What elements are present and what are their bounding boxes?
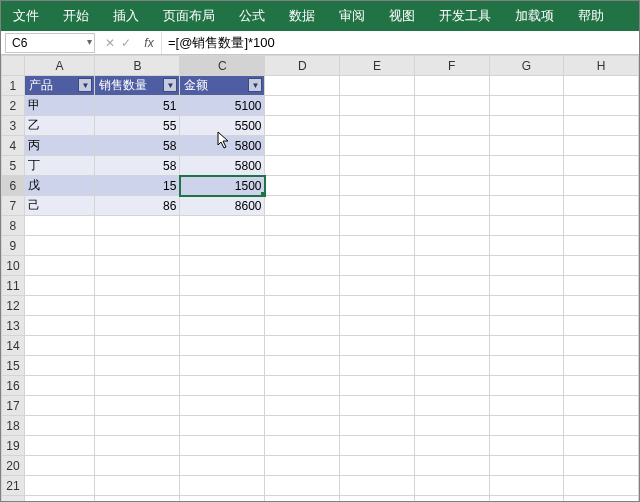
cell-G13[interactable]: [489, 316, 564, 336]
chevron-down-icon[interactable]: ▾: [87, 36, 92, 47]
cell-H21[interactable]: [564, 476, 639, 496]
cell-G3[interactable]: [489, 116, 564, 136]
cell-F13[interactable]: [414, 316, 489, 336]
cell-C6[interactable]: 1500: [180, 176, 265, 196]
cell-F3[interactable]: [414, 116, 489, 136]
cell-F1[interactable]: [414, 76, 489, 96]
cell-D2[interactable]: [265, 96, 340, 116]
ribbon-tab-1[interactable]: 开始: [51, 1, 101, 31]
cell-D3[interactable]: [265, 116, 340, 136]
cell-A1[interactable]: 产品▼: [24, 76, 95, 96]
cell-D8[interactable]: [265, 216, 340, 236]
cell-G1[interactable]: [489, 76, 564, 96]
cell-G10[interactable]: [489, 256, 564, 276]
cell-C12[interactable]: [180, 296, 265, 316]
cell-F14[interactable]: [414, 336, 489, 356]
cell-G19[interactable]: [489, 436, 564, 456]
cell-B13[interactable]: [95, 316, 180, 336]
cell-C1[interactable]: 金额▼: [180, 76, 265, 96]
col-header-B[interactable]: B: [95, 56, 180, 76]
cell-C19[interactable]: [180, 436, 265, 456]
cell-B7[interactable]: 86: [95, 196, 180, 216]
cell-F11[interactable]: [414, 276, 489, 296]
cell-A18[interactable]: [24, 416, 95, 436]
cell-H7[interactable]: [564, 196, 639, 216]
cell-G21[interactable]: [489, 476, 564, 496]
cell-D1[interactable]: [265, 76, 340, 96]
cell-F17[interactable]: [414, 396, 489, 416]
cell-B5[interactable]: 58: [95, 156, 180, 176]
cell-A16[interactable]: [24, 376, 95, 396]
filter-dropdown-icon[interactable]: ▼: [248, 78, 262, 92]
cell-H16[interactable]: [564, 376, 639, 396]
cell-A17[interactable]: [24, 396, 95, 416]
cell-B3[interactable]: 55: [95, 116, 180, 136]
cell-B19[interactable]: [95, 436, 180, 456]
row-header-18[interactable]: 18: [2, 416, 25, 436]
cell-B16[interactable]: [95, 376, 180, 396]
cell-E10[interactable]: [340, 256, 415, 276]
cell-G12[interactable]: [489, 296, 564, 316]
cell-E5[interactable]: [340, 156, 415, 176]
ribbon-tab-8[interactable]: 开发工具: [427, 1, 503, 31]
cell-C14[interactable]: [180, 336, 265, 356]
cell-E1[interactable]: [340, 76, 415, 96]
cell-G20[interactable]: [489, 456, 564, 476]
col-header-H[interactable]: H: [564, 56, 639, 76]
cell-D19[interactable]: [265, 436, 340, 456]
cell-H6[interactable]: [564, 176, 639, 196]
cell-H11[interactable]: [564, 276, 639, 296]
cell-B18[interactable]: [95, 416, 180, 436]
cell-B22[interactable]: [95, 496, 180, 502]
cell-B14[interactable]: [95, 336, 180, 356]
row-header-21[interactable]: 21: [2, 476, 25, 496]
cell-F12[interactable]: [414, 296, 489, 316]
cell-A4[interactable]: 丙: [24, 136, 95, 156]
filter-dropdown-icon[interactable]: ▼: [78, 78, 92, 92]
cell-D12[interactable]: [265, 296, 340, 316]
cell-D17[interactable]: [265, 396, 340, 416]
row-header-11[interactable]: 11: [2, 276, 25, 296]
cell-F4[interactable]: [414, 136, 489, 156]
cell-D18[interactable]: [265, 416, 340, 436]
cell-A11[interactable]: [24, 276, 95, 296]
cell-F8[interactable]: [414, 216, 489, 236]
cell-E9[interactable]: [340, 236, 415, 256]
cell-B1[interactable]: 销售数量▼: [95, 76, 180, 96]
cell-G14[interactable]: [489, 336, 564, 356]
cell-D21[interactable]: [265, 476, 340, 496]
cell-E14[interactable]: [340, 336, 415, 356]
cell-A2[interactable]: 甲: [24, 96, 95, 116]
cell-A8[interactable]: [24, 216, 95, 236]
cell-D20[interactable]: [265, 456, 340, 476]
select-all-corner[interactable]: [2, 56, 25, 76]
row-header-13[interactable]: 13: [2, 316, 25, 336]
cell-B10[interactable]: [95, 256, 180, 276]
row-header-4[interactable]: 4: [2, 136, 25, 156]
row-header-9[interactable]: 9: [2, 236, 25, 256]
cell-H20[interactable]: [564, 456, 639, 476]
cell-G7[interactable]: [489, 196, 564, 216]
cell-C18[interactable]: [180, 416, 265, 436]
cell-G11[interactable]: [489, 276, 564, 296]
col-header-G[interactable]: G: [489, 56, 564, 76]
cell-A9[interactable]: [24, 236, 95, 256]
cell-H2[interactable]: [564, 96, 639, 116]
cell-B6[interactable]: 15: [95, 176, 180, 196]
row-header-20[interactable]: 20: [2, 456, 25, 476]
cell-C21[interactable]: [180, 476, 265, 496]
cell-B21[interactable]: [95, 476, 180, 496]
row-header-16[interactable]: 16: [2, 376, 25, 396]
ribbon-tab-10[interactable]: 帮助: [566, 1, 616, 31]
row-header-3[interactable]: 3: [2, 116, 25, 136]
cell-E13[interactable]: [340, 316, 415, 336]
row-header-12[interactable]: 12: [2, 296, 25, 316]
cell-B20[interactable]: [95, 456, 180, 476]
cell-B15[interactable]: [95, 356, 180, 376]
row-header-14[interactable]: 14: [2, 336, 25, 356]
cell-H19[interactable]: [564, 436, 639, 456]
cell-A3[interactable]: 乙: [24, 116, 95, 136]
cell-C4[interactable]: 5800: [180, 136, 265, 156]
cell-E22[interactable]: [340, 496, 415, 502]
cell-A7[interactable]: 己: [24, 196, 95, 216]
